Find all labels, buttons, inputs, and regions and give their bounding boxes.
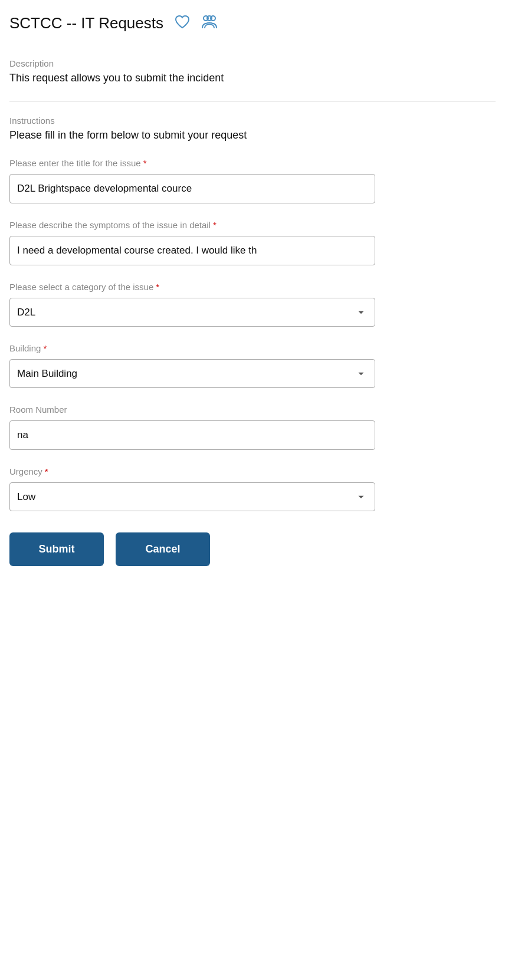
building-field-group: Building* Main BuildingEast BuildingWest…	[9, 343, 496, 388]
room-field-group: Room Number	[9, 405, 496, 450]
page-title: SCTCC -- IT Requests	[9, 14, 163, 32]
instructions-label: Instructions	[9, 116, 496, 126]
heart-icon[interactable]	[173, 12, 192, 35]
submit-button[interactable]: Submit	[9, 532, 104, 566]
cancel-button[interactable]: Cancel	[116, 532, 210, 566]
header-icons	[173, 12, 219, 35]
building-select[interactable]: Main BuildingEast BuildingWest BuildingN…	[9, 359, 375, 388]
symptoms-field-label: Please describe the symptoms of the issu…	[9, 220, 496, 230]
instructions-section: Instructions Please fill in the form bel…	[9, 116, 496, 142]
title-required: *	[143, 158, 147, 168]
divider	[9, 101, 496, 101]
description-value: This request allows you to submit the in…	[9, 72, 496, 84]
title-input[interactable]	[9, 174, 375, 203]
description-label: Description	[9, 58, 496, 68]
symptoms-required: *	[213, 220, 217, 230]
symptoms-input[interactable]	[9, 236, 375, 265]
room-input[interactable]	[9, 420, 375, 450]
people-icon[interactable]	[200, 12, 219, 35]
building-field-label: Building*	[9, 343, 496, 353]
urgency-select[interactable]: LowMediumHighCritical	[9, 482, 375, 511]
room-field-label: Room Number	[9, 405, 496, 415]
page-header: SCTCC -- IT Requests	[9, 12, 496, 35]
description-section: Description This request allows you to s…	[9, 58, 496, 84]
symptoms-field-group: Please describe the symptoms of the issu…	[9, 220, 496, 265]
category-field-label: Please select a category of the issue*	[9, 282, 496, 292]
urgency-required: *	[45, 466, 48, 476]
button-row: Submit Cancel	[9, 532, 496, 566]
instructions-value: Please fill in the form below to submit …	[9, 129, 496, 142]
category-required: *	[156, 282, 159, 292]
category-field-group: Please select a category of the issue* D…	[9, 282, 496, 327]
title-field-label: Please enter the title for the issue*	[9, 158, 496, 168]
title-field-group: Please enter the title for the issue*	[9, 158, 496, 203]
building-required: *	[43, 343, 47, 353]
category-select[interactable]: D2LHardwareSoftwareNetworkOther	[9, 298, 375, 327]
urgency-field-group: Urgency* LowMediumHighCritical	[9, 466, 496, 511]
urgency-field-label: Urgency*	[9, 466, 496, 476]
